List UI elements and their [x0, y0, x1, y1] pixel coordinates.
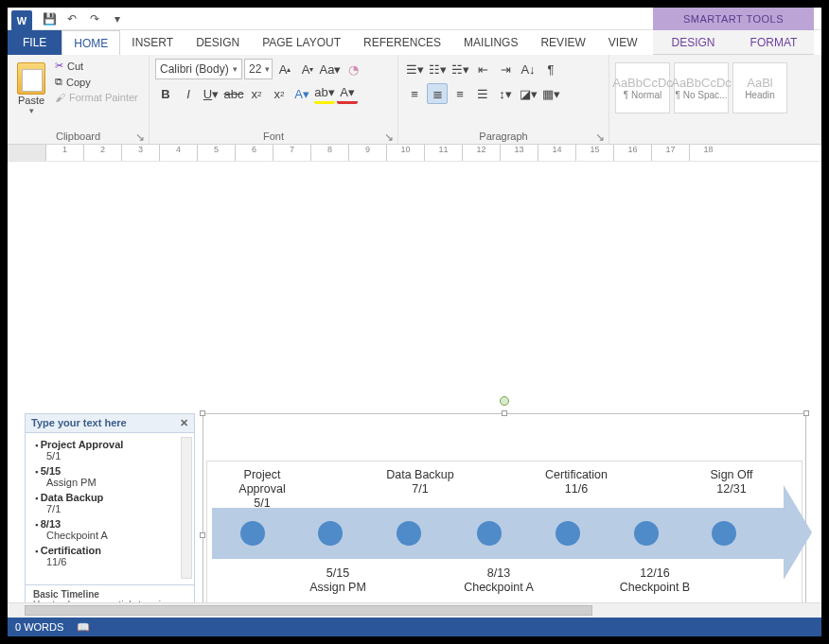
tab-home[interactable]: HOME	[62, 30, 120, 55]
resize-handle[interactable]	[803, 410, 809, 416]
timeline-dot[interactable]	[556, 521, 580, 546]
align-right-button[interactable]: ≡	[450, 83, 470, 104]
strikethrough-button[interactable]: abc	[223, 83, 244, 104]
clear-formatting-button[interactable]: ◔	[343, 59, 363, 79]
shrink-font-button[interactable]: A▾	[297, 59, 318, 79]
text-pane-item[interactable]: 8/13	[35, 518, 185, 530]
shading-button[interactable]: ◪▾	[518, 83, 538, 104]
cut-button[interactable]: ✂Cut	[53, 59, 140, 73]
text-pane-subitem[interactable]: Checkpoint A	[35, 530, 185, 541]
borders-button[interactable]: ▦▾	[540, 83, 561, 104]
scrollbar-thumb[interactable]	[25, 605, 592, 616]
justify-button[interactable]: ☰	[472, 83, 493, 104]
change-case-button[interactable]: Aa▾	[320, 59, 341, 79]
tab-smartart-format[interactable]: FORMAT	[733, 30, 814, 54]
tab-mailings[interactable]: MAILINGS	[452, 30, 529, 55]
text-pane-scrollbar[interactable]	[181, 437, 192, 579]
timeline-dot[interactable]	[634, 521, 659, 546]
timeline-event-top[interactable]: Certification11/6	[534, 468, 619, 496]
timeline-dot[interactable]	[712, 521, 736, 546]
bullets-button[interactable]: ☰▾	[404, 59, 425, 79]
style-box[interactable]: AaBbCcDc¶ No Spac...	[674, 62, 729, 113]
timeline-event-bottom[interactable]: 5/15Assign PM	[295, 566, 380, 595]
subscript-button[interactable]: x2	[246, 83, 267, 104]
timeline-dot[interactable]	[397, 521, 421, 546]
timeline-dot[interactable]	[240, 521, 265, 546]
spellcheck-icon[interactable]: 📖	[77, 621, 90, 634]
align-center-button[interactable]: ≣	[427, 83, 448, 104]
style-box[interactable]: AaBbCcDc¶ Normal	[615, 62, 670, 113]
timeline-event-top[interactable]: Project Approval5/1	[220, 468, 305, 511]
tab-references[interactable]: REFERENCES	[352, 30, 452, 55]
text-pane-item[interactable]: Data Backup	[35, 492, 185, 503]
multilevel-list-button[interactable]: ☵▾	[450, 59, 470, 79]
align-left-button[interactable]: ≡	[404, 83, 425, 104]
resize-handle[interactable]	[502, 410, 507, 416]
redo-icon[interactable]: ↷	[87, 11, 102, 26]
tab-design[interactable]: DESIGN	[185, 30, 251, 55]
timeline-event-top[interactable]: Data Backup7/1	[378, 468, 463, 496]
underline-button[interactable]: U▾	[201, 83, 221, 104]
font-color-button[interactable]: A▾	[337, 83, 358, 104]
text-pane-item[interactable]: 5/15	[35, 465, 185, 477]
text-pane-title: Type your text here	[31, 417, 127, 429]
italic-button[interactable]: I	[178, 83, 199, 104]
font-name-select[interactable]: Calibri (Body)	[155, 59, 242, 79]
paragraph-launcher-icon[interactable]: ↘	[595, 131, 607, 142]
timeline-dot[interactable]	[318, 521, 343, 546]
highlight-button[interactable]: ab▾	[314, 83, 335, 104]
paste-button[interactable]: Paste ▾	[13, 59, 49, 129]
text-pane-item[interactable]: Certification	[35, 545, 185, 556]
style-box[interactable]: AaBlHeadin	[732, 62, 787, 113]
timeline-event-top[interactable]: Sign Off12/31	[689, 468, 774, 496]
font-size-select[interactable]: 22	[244, 59, 273, 79]
brush-icon: 🖌	[55, 92, 65, 103]
paragraph-group-label: Paragraph	[404, 129, 603, 142]
text-effects-button[interactable]: A▾	[291, 83, 312, 104]
smartart-timeline[interactable]: Project Approval5/1Data Backup7/1Certifi…	[203, 413, 806, 619]
text-pane-subitem[interactable]: 5/1	[35, 450, 185, 461]
clipboard-group-label: Clipboard	[13, 129, 143, 142]
grow-font-button[interactable]: A▴	[274, 59, 295, 79]
bold-button[interactable]: B	[155, 83, 176, 104]
tab-insert[interactable]: INSERT	[120, 30, 185, 55]
font-launcher-icon[interactable]: ↘	[384, 131, 396, 142]
close-icon[interactable]: ✕	[180, 417, 188, 429]
format-painter-button[interactable]: 🖌Format Painter	[53, 91, 140, 104]
copy-button[interactable]: ⧉Copy	[53, 75, 140, 89]
line-spacing-button[interactable]: ↕▾	[495, 83, 516, 104]
horizontal-scrollbar[interactable]	[8, 602, 821, 618]
timeline-event-bottom[interactable]: 8/13Checkpoint A	[456, 566, 541, 595]
smartart-text-pane[interactable]: Type your text here ✕ Project Approval5/…	[25, 413, 195, 619]
tab-review[interactable]: REVIEW	[529, 30, 596, 55]
text-pane-subitem[interactable]: 7/1	[35, 503, 185, 514]
show-marks-button[interactable]: ¶	[540, 59, 561, 79]
sort-button[interactable]: A↓	[518, 59, 538, 79]
tab-smartart-design[interactable]: DESIGN	[653, 30, 733, 54]
text-pane-subitem[interactable]: Assign PM	[35, 477, 185, 488]
tab-file[interactable]: FILE	[8, 30, 62, 55]
paste-label: Paste	[18, 95, 44, 106]
tab-page-layout[interactable]: PAGE LAYOUT	[251, 30, 352, 55]
tab-view[interactable]: VIEW	[597, 30, 649, 55]
numbering-button[interactable]: ☷▾	[427, 59, 448, 79]
contextual-tab-label: SMARTART TOOLS	[653, 8, 814, 30]
save-icon[interactable]: 💾	[42, 11, 57, 26]
text-pane-item[interactable]: Project Approval	[35, 439, 185, 450]
timeline-dot[interactable]	[477, 521, 502, 546]
text-pane-subitem[interactable]: 11/6	[35, 556, 185, 567]
superscript-button[interactable]: x2	[269, 83, 290, 104]
qat-customize-icon[interactable]: ▾	[110, 11, 125, 26]
rotate-handle-icon[interactable]	[500, 396, 509, 406]
clipboard-launcher-icon[interactable]: ↘	[135, 131, 147, 142]
word-logo: W	[11, 10, 32, 31]
undo-icon[interactable]: ↶	[64, 11, 79, 26]
horizontal-ruler[interactable]: 123456789101112131415161718	[8, 145, 821, 162]
decrease-indent-button[interactable]: ⇤	[472, 59, 493, 79]
word-count[interactable]: 0 WORDS	[15, 621, 63, 633]
styles-group-label	[615, 140, 815, 142]
timeline-event-bottom[interactable]: 12/16Checkpoint B	[612, 566, 697, 595]
resize-handle[interactable]	[200, 532, 205, 538]
increase-indent-button[interactable]: ⇥	[495, 59, 516, 79]
resize-handle[interactable]	[200, 410, 205, 416]
